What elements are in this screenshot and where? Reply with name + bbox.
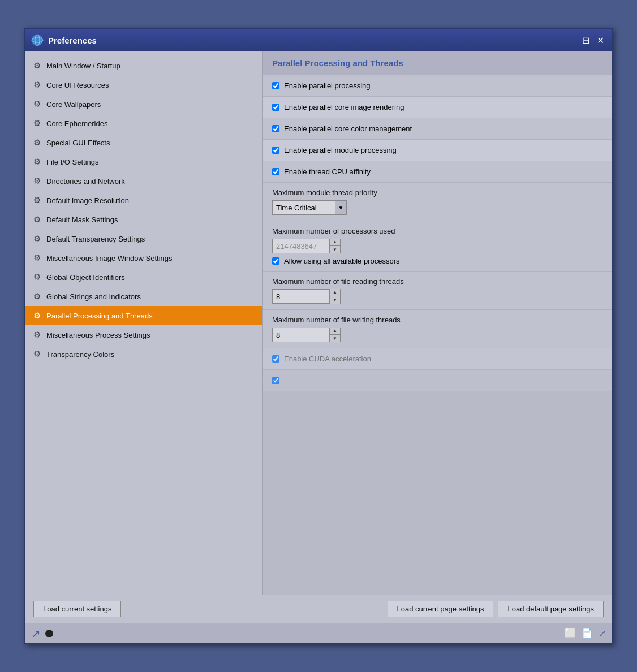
sidebar-item-transparency-colors[interactable]: ⚙ Transparency Colors <box>25 344 262 364</box>
thread-priority-row: Time Critical Highest High Normal Low Lo… <box>272 200 602 215</box>
sidebar-item-label: Directories and Network <box>46 177 125 186</box>
enable-parallel-module-checkbox[interactable] <box>272 147 279 154</box>
sidebar-item-core-wallpapers[interactable]: ⚙ Core Wallpapers <box>25 94 262 114</box>
spinbox-up-button[interactable]: ▲ <box>330 289 340 296</box>
allow-all-label[interactable]: Allow using all available processors <box>284 257 400 265</box>
allow-all-checkbox[interactable] <box>272 257 279 265</box>
gear-icon: ⚙ <box>33 272 41 282</box>
panel-title: Parallel Processing and Threads <box>272 58 403 68</box>
sidebar-item-label: Transparency Colors <box>46 350 114 359</box>
sidebar-item-label: Parallel Processing and Threads <box>46 312 153 320</box>
thread-priority-select-container[interactable]: Time Critical Highest High Normal Low Lo… <box>272 200 347 215</box>
gear-icon: ⚙ <box>33 311 41 321</box>
enable-cuda-checkbox[interactable] <box>272 355 279 363</box>
sidebar-item-label: Global Strings and Indicators <box>46 292 141 301</box>
spinbox-up-button[interactable]: ▲ <box>330 239 340 246</box>
sidebar-item-label: Core Ephemerides <box>46 119 107 128</box>
sidebar: ⚙ Main Window / Startup ⚙ Core UI Resour… <box>25 51 263 595</box>
sidebar-item-transparency[interactable]: ⚙ Default Transparency Settings <box>25 229 262 248</box>
checkbox-row-cuda: Enable CUDA acceleration <box>263 348 612 370</box>
sidebar-item-label: Global Object Identifiers <box>46 273 125 282</box>
sidebar-item-directories[interactable]: ⚙ Directories and Network <box>25 171 262 191</box>
title-bar-left: Preferences <box>31 34 97 46</box>
main-panel: Parallel Processing and Threads Enable p… <box>263 51 612 595</box>
gear-icon: ⚙ <box>33 195 41 205</box>
file-reading-input[interactable] <box>273 291 329 302</box>
bottom-bar-left: Load current settings <box>33 601 121 617</box>
sidebar-item-image-resolution[interactable]: ⚙ Default Image Resolution <box>25 191 262 210</box>
sidebar-item-misc-process[interactable]: ⚙ Miscellaneous Process Settings <box>25 325 262 344</box>
enable-parallel-label[interactable]: Enable parallel processing <box>284 81 370 90</box>
max-processors-spinbox: ▲ ▼ <box>272 239 341 253</box>
title-bar-controls: ⊟ ✕ <box>580 35 606 46</box>
enable-parallel-module-label[interactable]: Enable parallel module processing <box>284 146 397 154</box>
app-icon <box>31 34 44 46</box>
extra-checkbox[interactable] <box>272 377 279 384</box>
file-reading-group: Maximum number of file reading threads ▲… <box>263 272 612 310</box>
spinbox-down-button[interactable]: ▼ <box>330 335 340 342</box>
gear-icon: ⚙ <box>33 80 41 90</box>
sidebar-item-global-obj[interactable]: ⚙ Global Object Identifiers <box>25 268 262 287</box>
square-status-icon[interactable]: ⬜ <box>565 628 576 639</box>
sidebar-item-core-ephemerides[interactable]: ⚙ Core Ephemerides <box>25 114 262 133</box>
enable-parallel-render-checkbox[interactable] <box>272 104 279 111</box>
max-processors-group: Maximum number of processors used ▲ ▼ A <box>263 221 612 272</box>
sidebar-item-file-io[interactable]: ⚙ File I/O Settings <box>25 152 262 171</box>
spinbox-down-button[interactable]: ▼ <box>330 246 340 253</box>
sidebar-item-label: Main Window / Startup <box>46 62 120 70</box>
load-default-page-button[interactable]: Load default page settings <box>498 601 604 617</box>
enable-parallel-color-label[interactable]: Enable parallel core color management <box>284 124 412 133</box>
minimize-button[interactable]: ⊟ <box>580 35 591 46</box>
file-writing-row: ▲ ▼ <box>272 328 602 342</box>
load-current-page-button[interactable]: Load current page settings <box>388 601 494 617</box>
max-processors-row: ▲ ▼ <box>272 239 602 253</box>
sidebar-item-label: File I/O Settings <box>46 158 98 166</box>
sidebar-item-global-strings[interactable]: ⚙ Global Strings and Indicators <box>25 287 262 306</box>
checkbox-row-extra <box>263 370 612 391</box>
sidebar-item-misc-image[interactable]: ⚙ Miscellaneous Image Window Settings <box>25 248 262 268</box>
enable-parallel-render-label[interactable]: Enable parallel core image rendering <box>284 103 404 111</box>
enable-cpu-affinity-label[interactable]: Enable thread CPU affinity <box>284 167 371 176</box>
arrow-status-icon[interactable]: ↗ <box>31 627 41 640</box>
thread-priority-label: Maximum module thread priority <box>272 188 602 197</box>
sidebar-item-main-window[interactable]: ⚙ Main Window / Startup <box>25 56 262 75</box>
enable-cuda-label: Enable CUDA acceleration <box>284 355 371 363</box>
max-processors-label: Maximum number of processors used <box>272 227 602 235</box>
spinbox-buttons: ▲ ▼ <box>329 239 340 253</box>
sidebar-item-parallel[interactable]: ⚙ Parallel Processing and Threads <box>25 306 262 325</box>
gear-icon: ⚙ <box>33 214 41 225</box>
checkbox-row-color: Enable parallel core color management <box>263 118 612 140</box>
checkbox-row-render: Enable parallel core image rendering <box>263 97 612 118</box>
max-processors-input[interactable] <box>273 241 329 252</box>
spinbox-down-button[interactable]: ▼ <box>330 296 340 304</box>
sidebar-item-label: Core Wallpapers <box>46 100 101 109</box>
close-button[interactable]: ✕ <box>595 35 606 46</box>
thread-priority-select[interactable]: Time Critical Highest High Normal Low Lo… <box>273 203 335 213</box>
checkbox-row-module: Enable parallel module processing <box>263 140 612 161</box>
file-reading-row: ▲ ▼ <box>272 289 602 304</box>
sidebar-item-label: Core UI Resources <box>46 81 109 89</box>
gear-icon: ⚙ <box>33 234 41 244</box>
spinbox-buttons: ▲ ▼ <box>329 328 340 342</box>
doc-status-icon[interactable]: 📄 <box>582 628 593 639</box>
spinbox-up-button[interactable]: ▲ <box>330 328 340 335</box>
sidebar-item-label: Special GUI Effects <box>46 139 110 147</box>
file-writing-input[interactable] <box>273 330 329 341</box>
sidebar-item-special-gui[interactable]: ⚙ Special GUI Effects <box>25 133 262 152</box>
dot-status-icon[interactable] <box>45 630 53 637</box>
gear-icon: ⚙ <box>33 61 41 71</box>
gear-icon: ⚙ <box>33 118 41 128</box>
load-current-button[interactable]: Load current settings <box>33 601 121 617</box>
bottom-bar: Load current settings Load current page … <box>25 595 612 623</box>
select-arrow-icon[interactable]: ▼ <box>335 201 346 214</box>
sidebar-item-core-ui[interactable]: ⚙ Core UI Resources <box>25 75 262 94</box>
file-reading-label: Maximum number of file reading threads <box>272 277 602 286</box>
checkbox-row-affinity: Enable thread CPU affinity <box>263 161 612 183</box>
enable-cpu-affinity-checkbox[interactable] <box>272 168 279 175</box>
enable-parallel-checkbox[interactable] <box>272 82 279 89</box>
enable-parallel-color-checkbox[interactable] <box>272 125 279 132</box>
sidebar-item-mask-settings[interactable]: ⚙ Default Mask Settings <box>25 210 262 229</box>
expand-status-icon[interactable]: ⤢ <box>599 628 606 639</box>
sidebar-item-label: Miscellaneous Process Settings <box>46 331 150 339</box>
gear-icon: ⚙ <box>33 253 41 263</box>
